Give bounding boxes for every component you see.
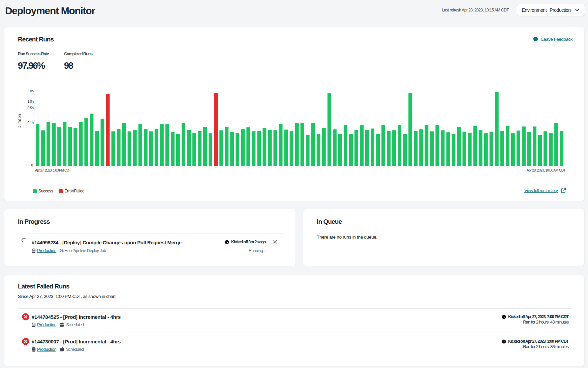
svg-text:Apr 27, 2023, 1:00 PM CDT: Apr 27, 2023, 1:00 PM CDT: [35, 168, 71, 172]
svg-text:Apr 28, 2023, 10:00 AM CDT: Apr 28, 2023, 10:00 AM CDT: [527, 168, 566, 172]
svg-text:Duration: Duration: [17, 114, 22, 128]
svg-text:0.5h: 0.5h: [27, 106, 34, 110]
svg-text:3.0h: 3.0h: [27, 89, 34, 93]
svg-text:1.0h: 1.0h: [27, 99, 34, 103]
svg-text:0.1h: 0.1h: [27, 121, 34, 125]
svg-text:0: 0: [31, 163, 33, 167]
